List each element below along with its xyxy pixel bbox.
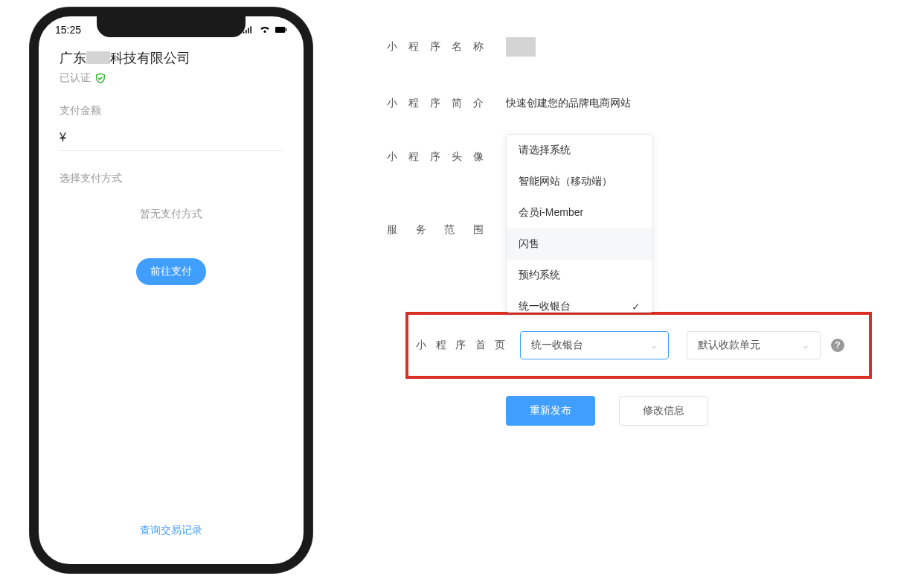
status-time: 15:25 <box>55 24 81 36</box>
form-panel: 小程序名称 小程序简介 快速创建您的品牌电商网站 小程序头像 服务范围 请选择系… <box>387 7 894 277</box>
homepage-unit-select[interactable]: 默认收款单元 ⌄ <box>687 331 821 359</box>
label-app-name: 小程序名称 <box>387 40 484 54</box>
dropdown-option-cashier[interactable]: 统一收银台✓ <box>507 291 652 313</box>
dropdown-option-booking[interactable]: 预约系统 <box>507 260 652 291</box>
wifi-icon <box>259 25 271 34</box>
censored-text <box>86 51 110 64</box>
homepage-system-select[interactable]: 统一收银台 ⌄ <box>520 331 669 359</box>
battery-icon <box>275 25 287 34</box>
republish-button[interactable]: 重新发布 <box>506 396 595 426</box>
help-icon[interactable]: ? <box>831 339 844 352</box>
phone-notch <box>97 16 246 37</box>
amount-label: 支付金额 <box>60 104 283 118</box>
dropdown-option-member[interactable]: 会员i-Member <box>507 197 652 228</box>
phone-mockup: 15:25 广东科技有限公司 已认证 支付金额 ¥ 选择支付方式 暂无支付方式 … <box>30 7 312 573</box>
dropdown-option-smartweb[interactable]: 智能网站（移动端） <box>507 166 652 197</box>
chevron-down-icon: ⌄ <box>802 340 809 351</box>
modify-info-button[interactable]: 修改信息 <box>619 396 708 426</box>
label-service-scope: 服务范围 <box>387 223 484 237</box>
dropdown-option-flashsale[interactable]: 闪售 <box>507 228 652 260</box>
label-app-avatar: 小程序头像 <box>387 150 484 164</box>
homepage-row-highlighted: 小程序首页 统一收银台 ⌄ 默认收款单元 ⌄ ? <box>405 312 872 379</box>
shield-icon <box>95 73 106 83</box>
label-homepage: 小程序首页 <box>416 339 505 352</box>
chevron-down-icon: ⌄ <box>650 340 658 351</box>
company-name: 广东科技有限公司 <box>60 49 283 67</box>
amount-input[interactable]: ¥ <box>60 131 283 151</box>
svg-rect-1 <box>286 28 286 31</box>
dropdown-option-placeholder[interactable]: 请选择系统 <box>507 135 652 166</box>
query-transactions-link[interactable]: 查询交易记录 <box>39 524 304 537</box>
verified-badge: 已认证 <box>60 71 283 85</box>
no-payment-method: 暂无支付方式 <box>60 208 283 221</box>
check-icon: ✓ <box>632 301 641 313</box>
pay-button[interactable]: 前往支付 <box>136 258 206 285</box>
system-dropdown-menu[interactable]: 请选择系统 智能网站（移动端） 会员i-Member 闪售 预约系统 统一收银台… <box>506 134 653 313</box>
label-app-intro: 小程序简介 <box>387 97 484 110</box>
svg-rect-0 <box>275 27 285 33</box>
method-label: 选择支付方式 <box>60 172 283 185</box>
app-intro-value: 快速创建您的品牌电商网站 <box>506 97 631 110</box>
app-name-value <box>506 37 536 57</box>
